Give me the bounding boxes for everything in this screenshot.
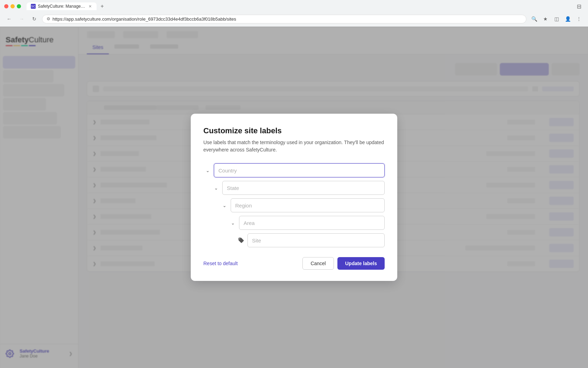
region-label-row: ⌄ bbox=[203, 198, 385, 212]
area-input[interactable] bbox=[239, 216, 385, 230]
site-input[interactable] bbox=[247, 233, 385, 247]
new-tab-button[interactable]: + bbox=[98, 2, 106, 10]
state-label-row: ⌄ bbox=[203, 181, 385, 195]
reset-to-default-button[interactable]: Reset to default bbox=[203, 261, 238, 266]
state-chevron-button[interactable]: ⌄ bbox=[212, 184, 220, 192]
area-label-row: ⌄ bbox=[203, 216, 385, 230]
tab-favicon: SC bbox=[31, 4, 36, 9]
forward-button[interactable]: → bbox=[17, 14, 27, 24]
address-url: https://app.safetyculture.com/organisati… bbox=[52, 16, 522, 22]
modal-title: Customize site labels bbox=[203, 126, 385, 135]
region-input[interactable] bbox=[231, 198, 385, 212]
reload-button[interactable]: ↻ bbox=[29, 14, 39, 24]
tab-title: SafetyCulture: Manage Teams and... bbox=[38, 4, 85, 9]
update-labels-button[interactable]: Update labels bbox=[337, 257, 385, 270]
tag-icon bbox=[237, 236, 245, 245]
site-label-row bbox=[203, 233, 385, 247]
state-input[interactable] bbox=[222, 181, 385, 195]
minimize-window-button[interactable]: ⊟ bbox=[574, 1, 584, 11]
cancel-button[interactable]: Cancel bbox=[302, 257, 334, 270]
area-chevron-button[interactable]: ⌄ bbox=[229, 219, 237, 227]
region-chevron-button[interactable]: ⌄ bbox=[220, 201, 229, 210]
tab-bar: SC SafetyCulture: Manage Teams and... ✕ … bbox=[27, 2, 571, 10]
close-traffic-light[interactable] bbox=[4, 4, 8, 8]
menu-button[interactable]: ⋮ bbox=[574, 14, 584, 24]
extensions-button[interactable]: ◫ bbox=[552, 14, 561, 24]
country-chevron-button[interactable]: ⌄ bbox=[203, 166, 212, 175]
bookmark-button[interactable]: ★ bbox=[540, 14, 550, 24]
active-tab[interactable]: SC SafetyCulture: Manage Teams and... ✕ bbox=[27, 2, 97, 10]
profile-button[interactable]: 👤 bbox=[563, 14, 573, 24]
modal-backdrop: Customize site labels Use labels that ma… bbox=[0, 27, 588, 368]
country-label-row: ⌄ bbox=[203, 163, 385, 177]
tab-close-icon[interactable]: ✕ bbox=[88, 4, 92, 9]
browser-window-controls: ⊟ bbox=[574, 1, 584, 11]
back-button[interactable]: ← bbox=[4, 14, 14, 24]
modal: Customize site labels Use labels that ma… bbox=[191, 114, 397, 281]
modal-footer: Reset to default Cancel Update labels bbox=[203, 257, 385, 270]
address-bar[interactable]: ⚙ https://app.safetyculture.com/organisa… bbox=[42, 15, 526, 23]
search-button[interactable]: 🔍 bbox=[529, 14, 539, 24]
browser-chrome: SC SafetyCulture: Manage Teams and... ✕ … bbox=[0, 0, 588, 27]
minimize-traffic-light[interactable] bbox=[10, 4, 15, 8]
country-input[interactable] bbox=[214, 163, 385, 177]
address-icon: ⚙ bbox=[47, 16, 50, 21]
traffic-lights bbox=[4, 4, 21, 8]
maximize-traffic-light[interactable] bbox=[17, 4, 21, 8]
modal-description: Use labels that match the terminology us… bbox=[203, 139, 385, 154]
